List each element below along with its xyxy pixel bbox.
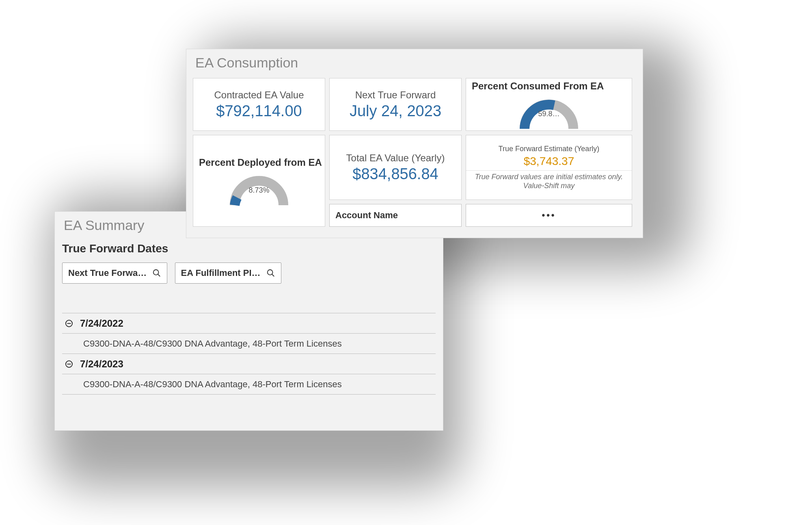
svg-line-1 [158,274,160,277]
svg-point-2 [267,270,272,275]
percent-consumed-value: 59.8… [514,110,583,118]
account-name-label: Account Name [335,210,398,221]
contracted-ea-value-label: Contracted EA Value [214,89,304,101]
date-group-item[interactable]: C9300-DNA-A-48/C9300 DNA Advantage, 48-P… [62,374,436,395]
percent-deployed-tile: Percent Deployed from EA 8.73% [193,135,325,227]
total-ea-value: $834,856.84 [352,165,438,183]
percent-deployed-value: 8.73% [225,186,294,195]
svg-point-0 [153,270,159,275]
filter-ea-fulfillment[interactable]: EA Fulfillment PI… [175,262,281,284]
search-icon [152,269,161,278]
next-true-forward-value: July 24, 2023 [350,102,441,120]
svg-line-3 [272,274,274,277]
true-forward-estimate-note: True Forward values are initial estimate… [466,170,632,191]
account-name-field: Account Name [329,204,462,227]
ea-summary-panel: EA Summary True Forward Dates Next True … [54,211,443,431]
ea-consumption-title: EA Consumption [186,49,643,75]
collapse-icon[interactable] [65,360,73,369]
total-ea-value-label: Total EA Value (Yearly) [346,152,445,164]
search-icon [266,269,275,278]
filter-label: Next True Forwa… [68,268,147,278]
date-group-item-text: C9300-DNA-A-48/C9300 DNA Advantage, 48-P… [83,338,342,349]
true-forward-estimate-value: $3,743.37 [524,155,574,168]
percent-consumed-gauge: 59.8… [514,94,583,133]
percent-deployed-label: Percent Deployed from EA [193,157,322,168]
filter-next-true-forward[interactable]: Next True Forwa… [62,262,167,284]
percent-consumed-tile: Percent Consumed From EA 59.8… [466,78,632,131]
date-group-item-text: C9300-DNA-A-48/C9300 DNA Advantage, 48-P… [83,379,342,390]
contracted-ea-value-tile: Contracted EA Value $792,114.00 [193,78,325,131]
date-group-header[interactable]: 7/24/2022 [62,313,436,334]
account-select-dropdown[interactable]: ••• [466,204,632,227]
filter-bar: Next True Forwa… EA Fulfillment PI… [62,262,436,284]
ellipsis-icon: ••• [542,210,556,221]
date-group-date: 7/24/2023 [80,358,123,370]
next-true-forward-tile: Next True Forward July 24, 2023 [329,78,462,131]
collapse-icon[interactable] [65,319,73,328]
next-true-forward-label: Next True Forward [355,89,436,101]
contracted-ea-value: $792,114.00 [216,102,302,120]
true-forward-dates-heading: True Forward Dates [62,242,436,255]
date-group-header[interactable]: 7/24/2023 [62,354,436,374]
svg-rect-7 [67,364,71,364]
filter-label: EA Fulfillment PI… [181,268,261,278]
svg-rect-5 [67,323,71,324]
date-group-item[interactable]: C9300-DNA-A-48/C9300 DNA Advantage, 48-P… [62,334,436,354]
true-forward-estimate-tile: True Forward Estimate (Yearly) $3,743.37… [466,135,632,200]
ea-consumption-panel: EA Consumption Contracted EA Value $792,… [186,49,643,238]
true-forward-estimate-label: True Forward Estimate (Yearly) [499,145,600,153]
percent-deployed-gauge: 8.73% [225,171,294,209]
date-group-date: 7/24/2022 [80,318,123,329]
total-ea-value-tile: Total EA Value (Yearly) $834,856.84 [329,135,462,200]
percent-consumed-label: Percent Consumed From EA [466,80,604,92]
true-forward-date-list: 7/24/2022 C9300-DNA-A-48/C9300 DNA Advan… [62,313,436,395]
